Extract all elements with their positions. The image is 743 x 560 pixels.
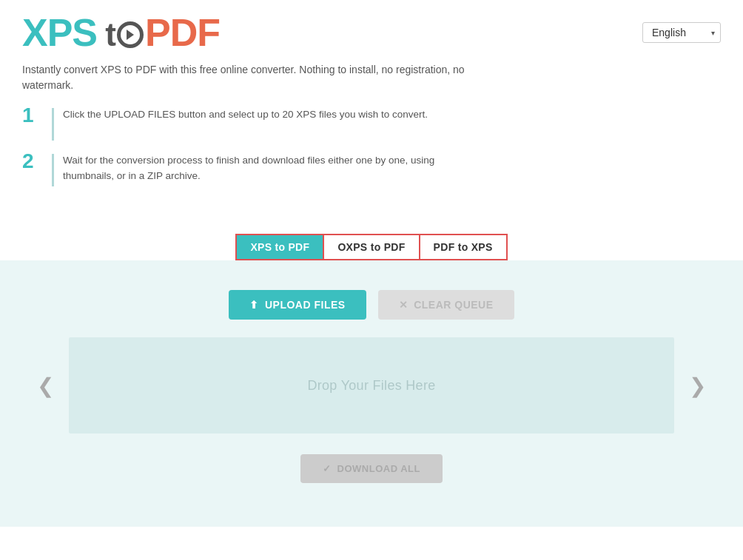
description-text: Instantly convert XPS to PDF with this f… (0, 59, 503, 105)
upload-icon: ⬆ (249, 299, 259, 311)
step-1-text: Click the UPLOAD FILES button and select… (63, 105, 428, 123)
step-1-row: 1 Click the UPLOAD FILES button and sele… (22, 105, 721, 141)
drop-zone[interactable]: Drop Your Files Here (69, 337, 674, 434)
logo: XPS t PDF (22, 13, 220, 52)
drop-area-wrapper: ❮ Drop Your Files Here ❯ (15, 337, 728, 434)
page-wrapper: XPS t PDF English Español Français Deuts… (0, 0, 743, 560)
tab-xps-to-pdf[interactable]: XPS to PDF (235, 234, 324, 260)
download-section: ✓ DOWNLOAD ALL (15, 454, 728, 483)
step-2-row: 2 Wait for the conversion process to fin… (22, 151, 721, 186)
next-arrow-button[interactable]: ❯ (682, 366, 713, 405)
drop-zone-text: Drop Your Files Here (307, 378, 435, 394)
step-2-divider (52, 154, 54, 186)
logo-to: t (97, 18, 145, 51)
steps-section: 1 Click the UPLOAD FILES button and sele… (0, 105, 743, 212)
logo-xps: XPS (22, 13, 97, 52)
tabs-section: XPS to PDF OXPS to PDF PDF to XPS (0, 234, 743, 260)
step-1-divider (52, 108, 54, 141)
download-all-label: DOWNLOAD ALL (337, 463, 420, 474)
logo-pdf: PDF (145, 13, 220, 52)
upload-section: ⬆ UPLOAD FILES ✕ CLEAR QUEUE ❮ Drop Your… (0, 260, 743, 527)
step-2-text: Wait for the conversion process to finis… (63, 151, 448, 184)
tab-pdf-to-xps[interactable]: PDF to XPS (420, 234, 508, 260)
upload-buttons-row: ⬆ UPLOAD FILES ✕ CLEAR QUEUE (15, 283, 728, 320)
language-select[interactable]: English Español Français Deutsch Italian… (642, 22, 721, 43)
upload-files-button[interactable]: ⬆ UPLOAD FILES (229, 290, 366, 320)
clear-queue-button[interactable]: ✕ CLEAR QUEUE (378, 290, 514, 320)
check-icon: ✓ (323, 463, 332, 474)
clear-icon: ✕ (399, 299, 409, 311)
header: XPS t PDF English Español Français Deuts… (0, 0, 743, 59)
upload-files-label: UPLOAD FILES (265, 299, 346, 311)
tabs-container: XPS to PDF OXPS to PDF PDF to XPS (0, 234, 743, 260)
logo-circle-icon (117, 21, 144, 48)
tab-oxps-to-pdf[interactable]: OXPS to PDF (324, 234, 420, 260)
language-selector-wrapper: English Español Français Deutsch Italian… (642, 22, 721, 43)
step-1-number: 1 (22, 105, 43, 126)
step-2-number: 2 (22, 151, 43, 172)
clear-queue-label: CLEAR QUEUE (414, 299, 493, 311)
prev-arrow-button[interactable]: ❮ (30, 366, 61, 405)
download-all-button[interactable]: ✓ DOWNLOAD ALL (300, 454, 443, 483)
